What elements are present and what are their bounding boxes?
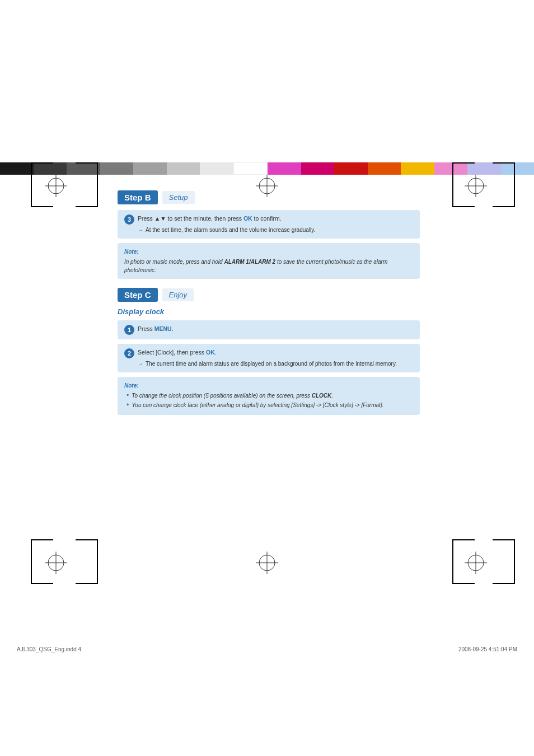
display-clock-title: Display clock — [118, 307, 420, 316]
step2-text: Select [Clock], then press OK. — [138, 348, 217, 357]
step-c-label: Step C — [118, 288, 158, 302]
step-b-step3-box: 3 Press ▲▼ to set the minute, then press… — [118, 210, 420, 239]
corner-bracket-bl-right — [452, 185, 475, 207]
step3-arrow-text: At the set time, the alarm sounds and th… — [146, 226, 315, 234]
step-c-subtitle: Enjoy — [162, 288, 194, 301]
note-b-box: Note: In photo or music mode, press and … — [118, 243, 420, 279]
corner-bracket-bottom-bl — [31, 562, 53, 584]
step-b-header: Step B Setup — [118, 190, 420, 204]
step3-text: Press ▲▼ to set the minute, then press O… — [138, 214, 282, 223]
corner-bracket-bottom-tr-l — [76, 539, 98, 562]
corner-bracket-bottom-tl — [31, 539, 53, 562]
corner-bracket-tr-right — [493, 162, 515, 185]
step3-arrow-row: → At the set time, the alarm sounds and … — [124, 226, 413, 234]
corner-bracket-tr-left — [76, 162, 98, 185]
corner-bracket-bottom-tr-r — [493, 539, 515, 562]
step-c-step1-box: 1 Press MENU. — [118, 320, 420, 339]
reg-mark-bottom-center — [256, 552, 278, 575]
step-c-header: Step C Enjoy — [118, 288, 420, 302]
corner-bracket-bottom-tl-r — [452, 539, 475, 562]
step-b-subtitle: Setup — [162, 191, 195, 204]
step2-arrow-row: → The current time and alarm status are … — [124, 360, 413, 368]
footer: AJL303_QSG_Eng.indd 4 2008-09-25 4:51:04… — [0, 646, 534, 652]
note-c-bullet1: To change the clock position (5 position… — [127, 391, 413, 400]
step-c-step2-box: 2 Select [Clock], then press OK. → The c… — [118, 344, 420, 372]
corner-bracket-bottom-br-l — [76, 562, 98, 584]
step1-text: Press MENU. — [138, 325, 174, 334]
step3-circle: 3 — [124, 214, 134, 225]
note-c-title: Note: — [124, 381, 413, 390]
corner-bracket-br-right — [493, 185, 515, 207]
main-content: Step B Setup 3 Press ▲▼ to set the minut… — [118, 190, 420, 424]
step-c-step1-row: 1 Press MENU. — [124, 325, 413, 335]
note-c-box: Note: To change the clock position (5 po… — [118, 377, 420, 415]
step-b-label: Step B — [118, 190, 158, 204]
note-c-bullet2: You can change clock face (either analog… — [127, 401, 413, 409]
note-c-bullets: To change the clock position (5 position… — [124, 391, 413, 409]
step1-circle: 1 — [124, 325, 134, 335]
footer-right: 2008-09-25 4:51:04 PM — [458, 646, 517, 652]
note-b-text: In photo or music mode, press and hold A… — [124, 258, 413, 274]
corner-bracket-tl-right — [452, 162, 475, 185]
corner-bracket-tl — [31, 162, 53, 185]
step-c-step2-row: 2 Select [Clock], then press OK. — [124, 348, 413, 358]
step-c-section: Step C Enjoy Display clock 1 Press MENU.… — [118, 288, 420, 415]
step-b-step3-row: 3 Press ▲▼ to set the minute, then press… — [124, 214, 413, 225]
step2-arrow-sym: → — [138, 360, 143, 368]
corner-bracket-bottom-br-r — [493, 562, 515, 584]
step2-circle: 2 — [124, 348, 134, 358]
step3-arrow-sym: → — [138, 226, 143, 234]
corner-bracket-br-left — [76, 185, 98, 207]
footer-left: AJL303_QSG_Eng.indd 4 — [17, 646, 81, 652]
step2-arrow-text: The current time and alarm status are di… — [146, 360, 397, 368]
note-b-title: Note: — [124, 248, 413, 256]
corner-bracket-bottom-bl-r — [452, 562, 475, 584]
corner-bracket-bl — [31, 185, 53, 207]
